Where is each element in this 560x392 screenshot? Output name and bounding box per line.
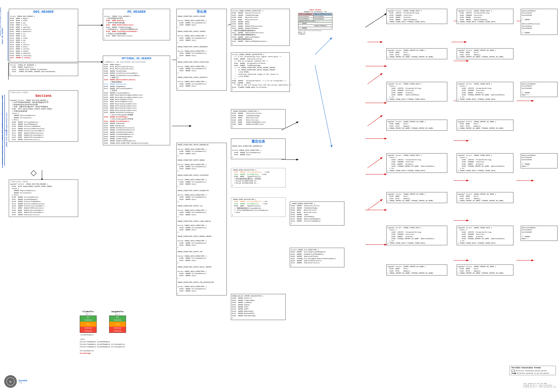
thunk-right4: typedef struct _IMAGE_THUNK_DATA { union… [457,226,513,245]
import-right3: typedef struct _IMAGE_IMPORT_BY_NAME { 0… [457,192,513,203]
svg-line-11 [368,158,382,168]
diamond-symbol [30,170,37,177]
sections-title: Sections [10,94,77,99]
svg-line-18 [365,14,386,27]
logo-area: ↻ OpenRCE .org [4,375,27,388]
import-right3-code: typedef struct _IMAGE_IMPORT_BY_NAME { 0… [458,193,512,202]
tls-dir-code: struct_IMAGE_TLS_DIRECTORY { 0x00 DWORD … [291,249,343,266]
import-name1-code: typedef struct _IMAGE_IMPORT_BY_NAME { 0… [387,49,446,58]
far-right2-code: AddressOfNames 0x11210343 0x21310305 ...… [522,83,556,96]
sections-sidebar2: _IMAGE_FILE_HEADER.NumberOfSections [5,92,8,168]
import-descriptor-code: struct_IMAGE_IMPORT_DESCRIPTOR { //* 0 f… [232,53,289,91]
import-name2-code: typedef struct _IMAGE_IMPORT_BY_NAME { 0… [387,121,446,130]
import-by-name-box3: typedef struct _IMAGE_IMPORT_BY_NAME { 0… [386,192,447,203]
thunk-data-box3: typedef struct _IMAGE_THUNK_DATA { union… [386,153,447,173]
legend-item1: Structure contained within parent [511,370,554,372]
sections-box2: //Sections_Table typedef struct _IMAGE_S… [9,180,78,217]
export-entries-code: IMAGE_DIRECTORY_ENTRY_BASERELOC struct I… [177,144,226,294]
optional-header-code: 0x00 WORD Magic; 0x02 BYTE MajorLinkerVe… [104,64,169,144]
buffer-labels: _SizeOfHeaders _Misc PointerToRawData Si… [80,334,126,354]
debug-dir-box: _IMAGE_DEBUG_DIRECTORY { 0x00 DWORD Char… [290,201,344,225]
thunk-right2-code: typedef struct _IMAGE_THUNK_DATA { union… [458,83,512,100]
thunk4-code: typedef struct _IMAGE_THUNK_DATA { union… [387,227,446,244]
tls-dir-box: struct_IMAGE_TLS_DIRECTORY { 0x00 DWORD … [290,248,344,267]
optional-header-comment: //结构体大小: 10B 32位下PE文件 20B-64位下PE文件 [104,61,169,63]
sections-code2: typedef struct _IMAGE_SECTION_HEADER { 0… [10,183,77,216]
optional-header-box: OPTIONAL_PE_HEADER //结构体大小: 10B 32位下PE文件… [103,56,170,145]
optional-header-title: OPTIONAL_PE_HEADER [104,57,169,60]
export-table-box2: IMAGE_DIRECTORY_ENTRY_BASERELOC struct I… [176,143,227,295]
thunk-data-box2: typedef struct _IMAGE_THUNK_DATA { union… [386,82,447,101]
reloc-title-box: 重定位表 IMAGE_DATA_DIRECTORY_BASERELOC stru… [231,139,286,159]
dos-header-code: struct IMAGE_DOS_HEADER { 0x00 WORD e_ma… [10,15,77,61]
svg-line-10 [368,115,382,126]
nt-headers-box: struct _IMAGE_NT_HEADERS { 0x00 DWORD Si… [9,63,78,76]
thunk-right1-code: typedef struct _IMAGE_THUNK_DATA { 0x00 … [458,10,512,23]
sections-comment: //Sections_Table [10,91,77,94]
svg-line-37 [315,65,332,147]
far-right1: AddressOfNames 0x11210343 0x21310305 ...… [521,9,558,35]
sections-box: //Sections_Table Sections typedef struct… [9,90,78,142]
import-by-name-box1: typedef struct _IMAGE_IMPORT_BY_NAME { 0… [386,48,447,59]
delay-import-code: IMAGE_DELAY_IMPORT_DESCRIPTOR { 0x00 DWO… [232,295,285,319]
far-right1-code: AddressOfNames 0x11210343 0x21310305 ...… [522,10,556,34]
ordinals-table: Input Output Number:11 Ordinals: 10 Addr… [298,9,332,35]
import-right1: typedef struct _IMAGE_IMPORT_BY_NAME { 0… [457,48,513,59]
filebuffer-label: FileBuffer [80,311,97,313]
dos-header-sidebar-label: _IMAGE_DOS_HEADER [0,11,4,62]
thunk-right4-code: typedef struct _IMAGE_THUNK_DATA { union… [458,227,512,244]
far-right2: AddressOfNames 0x11210343 0x21310305 ...… [521,82,558,97]
thunk-right2: typedef struct _IMAGE_THUNK_DATA { union… [457,82,513,101]
thunk-fwd1-code: typedef struct _IMAGE_THUNK_DATA { 0x00 … [387,10,446,23]
debug-dir-code: _IMAGE_DEBUG_DIRECTORY { 0x00 DWORD Char… [291,203,343,224]
image-export-dir-box: struct_IMAGE_EXPORT_DIRECTORY { 0x00 DWO… [231,9,290,46]
logo-circle: ↻ [4,375,17,388]
sections-code1: typedef struct _IMAGE_SECTION_HEADER { /… [10,99,77,141]
nt-headers-code: struct _IMAGE_NT_HEADERS { 0x00 DWORD Si… [10,64,77,75]
thunk3-code: typedef struct _IMAGE_THUNK_DATA { union… [387,154,446,172]
import-right1-code: typedef struct _IMAGE_IMPORT_BY_NAME { 0… [458,49,512,58]
thunk-right3: typedef struct _IMAGE_THUNK_DATA { union… [457,153,513,173]
svg-marker-41 [31,171,36,176]
far-right3: AddressOfNames 0x11210343 0x21310305 ...… [521,153,558,168]
legend-box: Portable Executable Format Structure con… [510,366,556,375]
imagebuffer-label: ImageBuffer [109,311,126,313]
legend-item2: Structure pointed to by the parent [511,372,554,374]
far-right4: AddressOfNames 0x11210343 0x21310305 ...… [521,226,558,241]
thunk-right3-code: typedef struct _IMAGE_THUNK_DATA { union… [458,154,512,172]
dos-header-box: DOS_HEADER struct IMAGE_DOS_HEADER { 0x0… [9,9,78,62]
export-table-title: 导出表 [177,10,226,14]
export-table-code: IMAGE_DIRECTORY_ENTRY_EXPORT struct IMAG… [177,15,226,90]
pe-header-title: PE_HEADER [104,10,169,14]
export-table-box: 导出表 IMAGE_DIRECTORY_ENTRY_EXPORT struct … [176,9,227,90]
sections-sidebar-label: _Sections_Table.Size = (_IMAGE_FILE_HEAD… [0,92,4,168]
base-reloc1-code: _IMAGE_BASE_RELOCATION { 0x00 DWORD Virt… [232,169,285,186]
import-by-name-box4: typedef struct _IMAGE_IMPORT_BY_NAME { 0… [386,265,447,275]
pe-header-code: struct _IMAGE_FILE_HEADER { //运行所需的CPU型号… [104,15,169,39]
import-right4-code: typedef struct _IMAGE_IMPORT_BY_NAME { 0… [458,266,512,274]
pe-header-box: PE_HEADER struct _IMAGE_FILE_HEADER { //… [103,9,170,40]
thunk-data-box4: typedef struct _IMAGE_THUNK_DATA { union… [386,226,447,245]
thunk-right1: typedef struct _IMAGE_THUNK_DATA { 0x00 … [457,9,513,24]
base-reloc-box1: _IMAGE_BASE_RELOCATION { 0x00 DWORD Virt… [231,168,286,188]
svg-line-9 [368,73,382,84]
svg-line-36 [315,38,332,55]
credit-text: Last updated on Dec 26 2005 Created by E… [523,383,556,388]
base-reloc-box2: _IMAGE_BASE_RELOCATION { 0x00 DWORD Virt… [231,197,286,217]
resource-dir-code: _IMAGE_RESOURCE_DIRECTORY { 0x00 DWORD C… [232,110,285,128]
openrce-text: OpenRCE [19,380,27,382]
reloc-title: 重定位表 [232,140,285,144]
import-name3-code: typedef struct _IMAGE_IMPORT_BY_NAME { 0… [387,193,446,202]
import-descriptor-box: struct_IMAGE_IMPORT_DESCRIPTOR { //* 0 f… [231,52,290,92]
base-reloc2-code: _IMAGE_BASE_RELOCATION { 0x00 DWORD Virt… [232,198,285,216]
thunk2-code: typedef struct _IMAGE_THUNK_DATA { union… [387,83,446,100]
import-right2-code: typedef struct _IMAGE_IMPORT_BY_NAME { 0… [458,121,512,130]
image-export-dir-code: struct_IMAGE_EXPORT_DIRECTORY { 0x00 DWO… [232,10,289,45]
buffer-visualization: FileBuffer DOC.S 标头 节表PE内容 _Misc 节表PE内容 … [80,311,126,354]
diagram-container: _IMAGE_DOS_HEADER e_lfanew [0,0,560,392]
sections-comment2: //Sections_Table [10,181,77,183]
import-name4-code: typedef struct _IMAGE_IMPORT_BY_NAME { 0… [387,266,446,274]
far-right3-code: AddressOfNames 0x11210343 0x21310305 ...… [522,154,556,167]
import-right4: typedef struct _IMAGE_IMPORT_BY_NAME { 0… [457,265,513,275]
reloc-code: IMAGE_DATA_DIRECTORY_BASERELOC struct IM… [232,145,285,158]
